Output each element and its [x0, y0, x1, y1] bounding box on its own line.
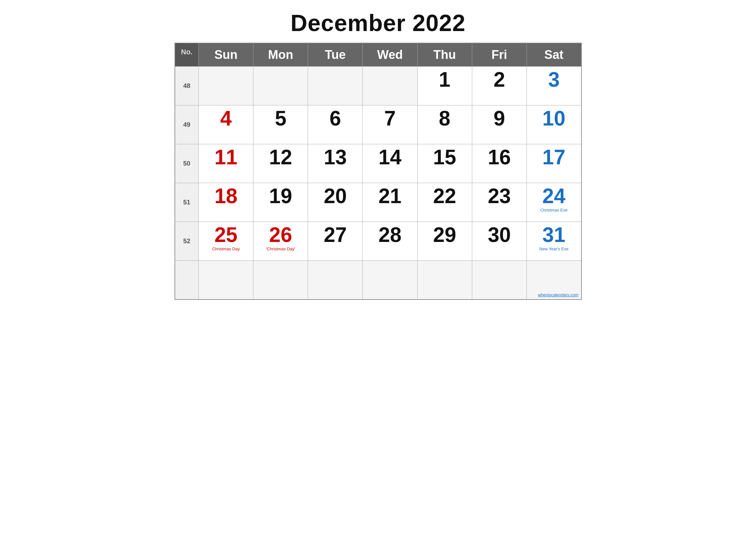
day-number: 22: [421, 186, 469, 206]
day-number: 4: [202, 108, 250, 129]
day-cell: [308, 67, 363, 105]
day-cell: 16: [472, 144, 526, 183]
day-number: 26: [256, 224, 305, 245]
day-cell: 3: [526, 67, 581, 105]
day-number: 31: [530, 224, 578, 245]
day-cell: [199, 67, 254, 105]
day-cell: 8: [417, 105, 472, 144]
header-wed: Wed: [363, 43, 417, 67]
header-no: No.: [175, 43, 199, 67]
week-number: 51: [175, 183, 199, 222]
day-number: 12: [256, 147, 305, 168]
day-cell: [308, 261, 363, 299]
day-number: 8: [421, 108, 469, 129]
day-number: 6: [311, 108, 359, 129]
day-cell: 10: [526, 105, 581, 144]
day-cell: [472, 261, 526, 299]
day-number: 25: [202, 224, 250, 245]
header-fri: Fri: [472, 43, 526, 67]
day-cell: 17: [526, 144, 581, 183]
day-cell: 1: [417, 67, 472, 105]
calendar-week-row: 5225Christmas Day26'Christmas Day'272829…: [175, 222, 581, 261]
day-cell: 23: [472, 183, 526, 222]
day-number: 17: [530, 147, 578, 168]
day-cell: 26'Christmas Day': [254, 222, 308, 261]
day-number: 28: [366, 224, 414, 245]
day-cell: [363, 67, 417, 105]
day-cell: 24Christmas Eve: [526, 183, 581, 222]
calendar-header-row: No. Sun Mon Tue Wed Thu Fri Sat: [175, 43, 581, 67]
day-cell: 11: [199, 144, 254, 183]
day-cell: 15: [417, 144, 472, 183]
calendar-week-row: wheniscalendars.com: [175, 261, 581, 299]
day-cell: 25Christmas Day: [199, 222, 254, 261]
day-number: 30: [475, 224, 523, 245]
day-number: 7: [366, 108, 414, 129]
day-cell: 30: [472, 222, 526, 261]
calendar-week-row: 4945678910: [175, 105, 581, 144]
day-cell: 12: [254, 144, 308, 183]
day-cell: 29: [417, 222, 472, 261]
day-cell: 7: [363, 105, 417, 144]
day-number: 11: [202, 147, 250, 168]
header-mon: Mon: [254, 43, 308, 67]
calendar-week-row: 48123: [175, 67, 581, 105]
day-number: 20: [311, 186, 359, 206]
header-tue: Tue: [308, 43, 363, 67]
day-number: 13: [311, 147, 359, 168]
week-number: [175, 261, 199, 299]
day-number: 2: [475, 69, 523, 90]
watermark-link: wheniscalendars.com: [538, 293, 578, 297]
holiday-label: 'Christmas Day': [256, 246, 305, 251]
day-cell: 27: [308, 222, 363, 261]
day-number: 19: [256, 186, 305, 206]
day-number: 18: [202, 186, 250, 206]
day-cell: 20: [308, 183, 363, 222]
day-cell: 21: [363, 183, 417, 222]
day-number: 14: [366, 147, 414, 168]
day-cell: 18: [199, 183, 254, 222]
header-thu: Thu: [417, 43, 472, 67]
day-number: 27: [311, 224, 359, 245]
day-cell: 2: [472, 67, 526, 105]
day-cell: 28: [363, 222, 417, 261]
holiday-label: Christmas Eve: [530, 208, 578, 212]
day-number: 23: [475, 186, 523, 206]
calendar-table: No. Sun Mon Tue Wed Thu Fri Sat 48123494…: [175, 43, 582, 300]
week-number: 50: [175, 144, 199, 183]
day-number: 1: [421, 69, 469, 90]
day-cell: [254, 67, 308, 105]
holiday-label: New Year's Eve: [530, 246, 578, 251]
day-cell: 6: [308, 105, 363, 144]
day-cell: [417, 261, 472, 299]
calendar-week-row: 5118192021222324Christmas Eve: [175, 183, 581, 222]
day-number: 15: [421, 147, 469, 168]
day-cell: 19: [254, 183, 308, 222]
day-cell: 31New Year's Eve: [526, 222, 581, 261]
day-number: 5: [256, 108, 305, 129]
day-cell: wheniscalendars.com: [526, 261, 581, 299]
day-number: 3: [530, 69, 578, 90]
week-number: 48: [175, 67, 199, 105]
day-number: 29: [421, 224, 469, 245]
day-cell: 13: [308, 144, 363, 183]
week-number: 52: [175, 222, 199, 261]
day-cell: 5: [254, 105, 308, 144]
day-number: 10: [530, 108, 578, 129]
holiday-label: Christmas Day: [202, 246, 250, 251]
page-title: December 2022: [290, 10, 466, 36]
header-sun: Sun: [199, 43, 254, 67]
day-cell: [199, 261, 254, 299]
day-cell: 22: [417, 183, 472, 222]
day-cell: 14: [363, 144, 417, 183]
day-cell: 4: [199, 105, 254, 144]
day-number: 9: [475, 108, 523, 129]
day-cell: 9: [472, 105, 526, 144]
day-cell: [363, 261, 417, 299]
week-number: 49: [175, 105, 199, 144]
day-number: 24: [530, 186, 578, 206]
header-sat: Sat: [526, 43, 581, 67]
day-cell: [254, 261, 308, 299]
calendar-week-row: 5011121314151617: [175, 144, 581, 183]
day-number: 21: [366, 186, 414, 206]
